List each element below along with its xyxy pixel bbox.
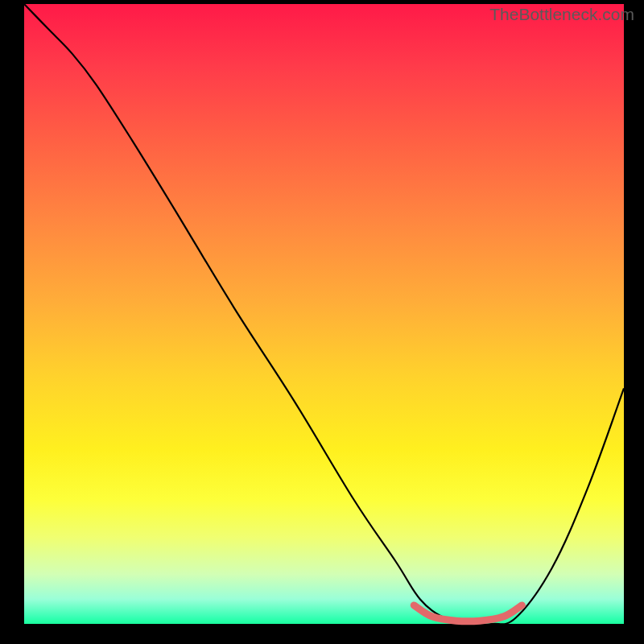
watermark-text: TheBottleneck.com: [489, 5, 634, 24]
chart-curve-layer: [0, 0, 644, 644]
bottleneck-curve: [24, 4, 624, 625]
optimal-zone-marker: [414, 605, 522, 621]
